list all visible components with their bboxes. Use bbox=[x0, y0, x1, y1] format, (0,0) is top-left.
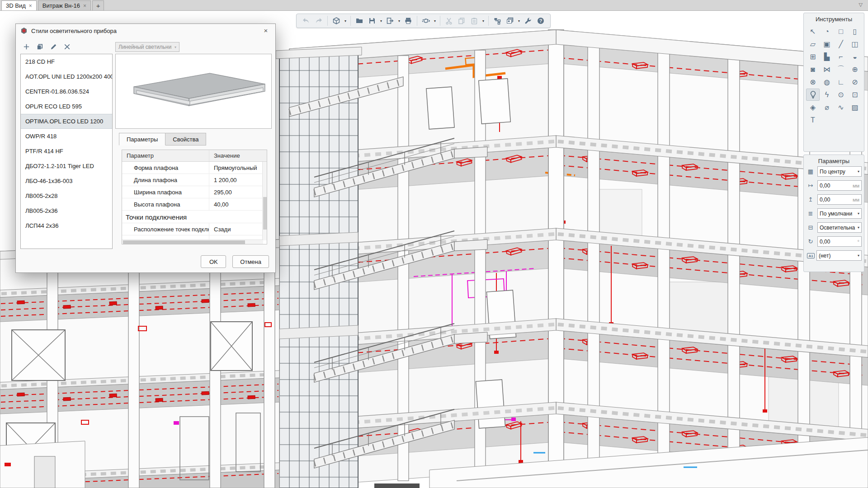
tool-column-icon[interactable]: ▯ bbox=[848, 25, 862, 38]
style-list-item[interactable]: 218 CD HF bbox=[21, 54, 112, 69]
style-list-item[interactable]: ДБО72-1.2-101 Tiger LED bbox=[21, 159, 112, 174]
tool-pipe-accessory-icon[interactable]: ⊕ bbox=[848, 63, 862, 75]
table-vertical-scrollbar[interactable] bbox=[262, 162, 267, 240]
offset-v-input[interactable]: 0,00мм bbox=[817, 194, 862, 205]
settings-button[interactable] bbox=[522, 15, 534, 27]
tab-properties[interactable]: Свойства bbox=[165, 133, 206, 145]
copy-button[interactable] bbox=[456, 15, 467, 27]
style-list-item[interactable]: ЛВ005-2x28 bbox=[21, 188, 112, 203]
duplicate-style-button[interactable] bbox=[34, 41, 45, 52]
tool-socket-icon[interactable]: ⊙ bbox=[834, 89, 848, 101]
new-tab-button[interactable]: + bbox=[92, 0, 104, 10]
style-select[interactable]: По умолчани bbox=[817, 208, 862, 219]
edit-style-button[interactable] bbox=[48, 41, 59, 52]
tab-vitrazh[interactable]: Витраж Вн-16 × bbox=[38, 0, 91, 10]
ok-button[interactable]: OK bbox=[201, 255, 226, 268]
delete-style-button[interactable] bbox=[61, 41, 72, 52]
tool-floor-icon[interactable]: ▱ bbox=[806, 38, 820, 50]
tool-beam-icon[interactable]: ╱ bbox=[834, 38, 848, 50]
tab-3d-view[interactable]: 3D Вид × bbox=[1, 0, 37, 10]
tool-equipment-icon[interactable]: ◙ bbox=[806, 63, 820, 75]
add-style-button[interactable] bbox=[21, 41, 32, 52]
tool-pipe-elbow-icon[interactable]: ⌐ bbox=[834, 51, 848, 63]
dialog-title-bar[interactable]: Стили осветительного прибора × bbox=[16, 24, 275, 38]
tool-spline-icon[interactable]: ∿ bbox=[834, 101, 848, 113]
orbit-button[interactable] bbox=[420, 15, 432, 27]
style-list-item[interactable]: ЛСП44 2x36 bbox=[21, 218, 112, 233]
tool-solid-icon[interactable]: ◈ bbox=[806, 101, 820, 113]
save-dropdown-arrow[interactable]: ▾ bbox=[379, 19, 383, 23]
tool-duct-connector-icon[interactable]: ◍ bbox=[820, 76, 834, 88]
tool-pipe-tee-icon[interactable]: ⋈ bbox=[820, 63, 834, 75]
tool-pipe-bend-icon[interactable]: ⌒ bbox=[834, 63, 848, 75]
style-list-item[interactable]: AOT.OPL UNI LED 1200x200 4000K bbox=[21, 69, 112, 84]
style-list-item[interactable]: OPL/R ECO LED 595 bbox=[21, 99, 112, 114]
table-horizontal-scrollbar[interactable] bbox=[122, 239, 263, 244]
fixture-preview[interactable] bbox=[115, 54, 272, 129]
style-list-item[interactable]: ЛВ005-2x36 bbox=[21, 203, 112, 218]
view-3d-button[interactable] bbox=[330, 15, 342, 27]
table-row[interactable]: Ширина плафона295,00 bbox=[122, 186, 263, 198]
cut-button[interactable] bbox=[443, 15, 455, 27]
style-list-item[interactable]: OPTIMA.OPL ECO LED 1200 bbox=[21, 114, 112, 129]
help-button[interactable]: ? bbox=[535, 15, 547, 27]
paste-dropdown-arrow[interactable]: ▾ bbox=[481, 19, 486, 23]
dialog-close-button[interactable]: × bbox=[261, 26, 271, 36]
tool-select-icon[interactable]: ↖ bbox=[806, 25, 820, 38]
tab-close-icon[interactable]: × bbox=[83, 3, 86, 9]
parameter-value[interactable]: 295,00 bbox=[209, 186, 263, 198]
export-dropdown-arrow[interactable]: ▾ bbox=[397, 19, 401, 23]
tool-duct-accessory-icon[interactable]: ⊘ bbox=[848, 76, 862, 88]
system-select[interactable]: Осветительна bbox=[817, 222, 862, 233]
connections-button[interactable] bbox=[491, 15, 503, 27]
tab-list-dropdown-icon[interactable]: ▽ bbox=[859, 2, 863, 8]
style-list-item[interactable]: PTF/R 414 HF bbox=[21, 144, 112, 159]
table-row[interactable]: Расположение точек подключенСзади bbox=[122, 223, 263, 235]
cancel-button[interactable]: Отмена bbox=[232, 255, 269, 268]
table-row[interactable]: Форма плафонаПрямоугольный bbox=[122, 162, 263, 174]
windows-button[interactable] bbox=[504, 15, 516, 27]
tool-opening-icon[interactable]: ▣ bbox=[820, 38, 834, 50]
tool-light-fixture-icon[interactable] bbox=[806, 89, 820, 101]
svg-text:?: ? bbox=[539, 18, 542, 23]
tool-electrical-equipment-icon[interactable]: ϟ bbox=[820, 89, 834, 101]
redo-button[interactable] bbox=[313, 15, 325, 27]
tool-window-icon[interactable]: ⊞ bbox=[806, 51, 820, 63]
tab-parameters[interactable]: Параметры bbox=[119, 133, 165, 145]
parameter-value[interactable]: 1 200,00 bbox=[209, 174, 263, 186]
table-row[interactable]: Длина плафона1 200,00 bbox=[122, 174, 263, 186]
table-row[interactable]: Высота плафона40,00 bbox=[122, 198, 263, 211]
parameter-value[interactable]: Прямоугольный bbox=[209, 162, 263, 174]
style-list-item[interactable]: OWP/R 418 bbox=[21, 129, 112, 144]
mark-select[interactable]: (нет) bbox=[816, 250, 862, 261]
fixture-type-select[interactable]: Линейный светильник bbox=[115, 42, 179, 52]
offset-h-input[interactable]: 0,00мм bbox=[817, 180, 862, 191]
tool-duct-elbow-icon[interactable]: ∟ bbox=[834, 76, 848, 88]
parameter-value[interactable]: Сзади bbox=[209, 223, 263, 235]
tool-plumbing-fixture-icon[interactable]: ◒ bbox=[848, 51, 862, 63]
save-button[interactable] bbox=[366, 15, 378, 27]
tab-close-icon[interactable]: × bbox=[29, 3, 32, 9]
tool-measure-icon[interactable]: ⌀ bbox=[820, 101, 834, 113]
tool-text-icon[interactable]: T bbox=[806, 114, 820, 126]
placement-select[interactable]: По центру bbox=[817, 166, 862, 177]
orbit-dropdown-arrow[interactable]: ▾ bbox=[433, 19, 437, 23]
tool-ventilation-equipment-icon[interactable]: ⊗ bbox=[806, 76, 820, 88]
rotation-input[interactable]: 0,00° bbox=[817, 236, 862, 247]
windows-dropdown-arrow[interactable]: ▾ bbox=[517, 19, 521, 23]
export-button[interactable] bbox=[384, 15, 396, 27]
tool-stairs-icon[interactable]: ▙ bbox=[820, 51, 834, 63]
print-button[interactable] bbox=[402, 15, 414, 27]
parameter-value[interactable]: 40,00 bbox=[209, 198, 263, 210]
undo-button[interactable] bbox=[300, 15, 312, 27]
tool-hatch-icon[interactable]: ▨ bbox=[848, 101, 862, 113]
style-list-item[interactable]: CENTER-01.86.036.524 bbox=[21, 84, 112, 99]
tool-room-icon[interactable]: □ bbox=[834, 25, 848, 38]
view-3d-dropdown-arrow[interactable]: ▾ bbox=[343, 19, 348, 23]
open-button[interactable] bbox=[354, 15, 365, 27]
style-list-item[interactable]: ЛБО-46-1x36-003 bbox=[21, 174, 112, 188]
tool-door-icon[interactable]: ◫ bbox=[848, 38, 862, 50]
tool-electrical-panel-icon[interactable]: ⊡ bbox=[848, 89, 862, 101]
paste-button[interactable] bbox=[468, 15, 480, 27]
tool-styles-filter-icon[interactable]: ◔ bbox=[820, 25, 834, 38]
